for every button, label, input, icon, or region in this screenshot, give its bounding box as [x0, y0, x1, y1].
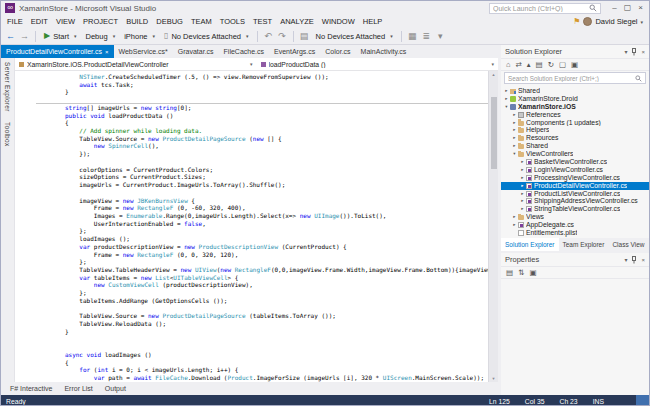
- categorized-icon[interactable]: ▤: [506, 266, 513, 279]
- undo-icon[interactable]: ↶: [262, 29, 275, 44]
- panel-tab-error-list[interactable]: Error List: [59, 385, 97, 392]
- expander-icon[interactable]: ▾: [511, 150, 518, 158]
- expander-icon[interactable]: ▸: [511, 134, 518, 142]
- tree-item-processingviewcontroller-cs[interactable]: ▸ProcessingViewController.cs: [501, 174, 649, 182]
- navigate-backward-icon[interactable]: ←: [4, 29, 17, 44]
- pin-icon[interactable]: [631, 256, 637, 264]
- menu-build[interactable]: BUILD: [122, 15, 152, 28]
- redo-icon[interactable]: ↷: [276, 29, 289, 44]
- solution-explorer-toggle-icon[interactable]: ▦: [406, 29, 419, 44]
- expander-icon[interactable]: ▸: [519, 205, 526, 213]
- solution-search-box[interactable]: Search Solution Explorer (Ctrl+;): [504, 72, 646, 84]
- document-tab-gravatar-cs[interactable]: Gravatar.cs: [173, 45, 219, 58]
- toolbar-options-icon[interactable]: ▾: [434, 29, 447, 44]
- start-debug-button[interactable]: ▶Start▾: [40, 29, 81, 44]
- tree-item-appdelegate-cs[interactable]: ▸AppDelegate.cs: [501, 221, 649, 229]
- panel-tab-f-interactive[interactable]: F# Interactive: [5, 385, 57, 392]
- tree-item-basketviewcontroller-cs[interactable]: ▸BasketViewController.cs: [501, 158, 649, 166]
- document-tab-filecache-cs[interactable]: FileCache.cs: [219, 45, 269, 58]
- menu-window[interactable]: WINDOW: [318, 15, 359, 28]
- solution-explorer-header[interactable]: Solution Explorer ▾ ×: [501, 45, 649, 58]
- properties-header[interactable]: Properties ▾ ×: [501, 253, 649, 266]
- user-name[interactable]: David Siegel: [595, 17, 637, 26]
- navigate-forward-icon[interactable]: →: [18, 29, 31, 44]
- expander-icon[interactable]: ▸: [519, 158, 526, 166]
- side-tab-toolbox[interactable]: Toolbox: [4, 122, 11, 147]
- code-editor[interactable]: NSTimer.CreateScheduledTimer (.5, () => …: [15, 71, 488, 382]
- expander-icon[interactable]: ▾: [503, 103, 510, 111]
- expander-icon[interactable]: ▸: [519, 182, 526, 190]
- expander-icon[interactable]: ▸: [503, 95, 510, 103]
- document-tab-webservice-cs[interactable]: WebService.cs*: [114, 45, 173, 58]
- tree-item-stringtableviewcontroller-cs[interactable]: ▸StringTableViewController.cs: [501, 205, 649, 213]
- close-icon[interactable]: ×: [641, 49, 645, 55]
- window-position-icon[interactable]: ▾: [624, 256, 627, 263]
- view-code-icon[interactable]: ▢: [559, 58, 566, 71]
- menu-view[interactable]: VIEW: [52, 15, 79, 28]
- collapse-all-icon[interactable]: ▴: [527, 58, 531, 71]
- tree-item-references[interactable]: ▸References: [501, 111, 649, 119]
- resize-grip[interactable]: [636, 395, 649, 406]
- properties-icon[interactable]: ▣: [571, 58, 578, 71]
- home-icon[interactable]: ⌂: [506, 58, 511, 71]
- member-dropdown[interactable]: loadProductData () ▾: [257, 58, 499, 70]
- expander-icon[interactable]: ▸: [503, 87, 510, 95]
- refresh-icon[interactable]: ↻: [548, 58, 554, 71]
- sync-with-active-document-icon[interactable]: ⇄: [516, 58, 522, 71]
- device-log-dropdown[interactable]: No Devices Attached▾: [312, 29, 397, 44]
- tree-item-shared[interactable]: ▸Shared: [501, 87, 649, 95]
- solution-configuration-dropdown[interactable]: Debug▾: [82, 29, 120, 44]
- menu-debug[interactable]: DEBUG: [152, 15, 187, 28]
- tree-item-xamarinstore-droid[interactable]: ▸XamarinStore.Droid: [501, 95, 649, 103]
- device-target-dropdown[interactable]: ▯No Devices Attached▾: [160, 29, 253, 44]
- tree-item-shared[interactable]: ▸Shared: [501, 142, 649, 150]
- expander-icon[interactable]: ▸: [511, 111, 518, 119]
- document-tab-mainactivity-cs[interactable]: MainActivity.cs: [356, 45, 412, 58]
- user-avatar[interactable]: [583, 17, 592, 26]
- document-tab-productdetailviewcontroller-cs[interactable]: ProductDetailViewController.cs×: [1, 45, 114, 58]
- close-icon[interactable]: ×: [641, 257, 645, 263]
- menu-tools[interactable]: TOOLS: [216, 15, 249, 28]
- tree-item-resources[interactable]: ▸Resources: [501, 134, 649, 142]
- tree-item-entitlements-plist[interactable]: Entitlements.plist: [501, 229, 649, 237]
- type-dropdown[interactable]: XamarinStore.iOS.ProductDetailViewContro…: [15, 58, 257, 70]
- side-tab-server-explorer[interactable]: Server Explorer: [4, 62, 11, 112]
- editor-vertical-scrollbar[interactable]: ▲ ▼: [488, 71, 498, 382]
- expander-icon[interactable]: ▸: [511, 213, 518, 221]
- menu-help[interactable]: HELP: [359, 15, 387, 28]
- tool-tab-class-view[interactable]: Class View: [608, 238, 648, 251]
- tree-item-helpers[interactable]: ▸Helpers: [501, 126, 649, 134]
- menu-file[interactable]: FILE: [3, 15, 27, 28]
- close-icon[interactable]: ×: [105, 49, 109, 55]
- close-button[interactable]: ×: [634, 2, 647, 14]
- tree-item-viewcontrollers[interactable]: ▾ViewControllers: [501, 150, 649, 158]
- tree-item-views[interactable]: ▸Views: [501, 213, 649, 221]
- feedback-flag-icon[interactable]: ⚑: [573, 17, 580, 26]
- expander-icon[interactable]: ▸: [519, 174, 526, 182]
- find-icon[interactable]: ▤: [298, 29, 311, 44]
- quick-launch-box[interactable]: Quick Launch (Ctrl+Q): [489, 3, 601, 14]
- property-pages-icon[interactable]: ▣: [529, 266, 536, 279]
- expander-icon[interactable]: ▸: [511, 221, 518, 229]
- minimize-button[interactable]: –: [608, 2, 621, 14]
- scrollbar-thumb[interactable]: [491, 97, 497, 169]
- tree-item-productlistviewcontroller-cs[interactable]: ▸ProductListViewController.cs: [501, 190, 649, 198]
- expander-icon[interactable]: ▸: [511, 126, 518, 134]
- document-tab-eventargs-cs[interactable]: EventArgs.cs: [269, 45, 320, 58]
- menu-project[interactable]: PROJECT: [79, 15, 122, 28]
- expander-icon[interactable]: ▸: [511, 142, 518, 150]
- menu-team[interactable]: TEAM: [187, 15, 216, 28]
- tree-item-components-1-updates[interactable]: ▸Components (1 updates): [501, 119, 649, 127]
- menu-analyze[interactable]: ANALYZE: [276, 15, 318, 28]
- alphabetical-icon[interactable]: ⇅: [518, 266, 524, 279]
- menu-edit[interactable]: EDIT: [27, 15, 52, 28]
- document-tab-color-cs[interactable]: Color.cs: [320, 45, 355, 58]
- scroll-down-icon[interactable]: ▼: [489, 376, 498, 381]
- expander-icon[interactable]: ▸: [519, 190, 526, 198]
- menu-test[interactable]: TEST: [249, 15, 276, 28]
- tree-item-shippingaddressviewcontroller-cs[interactable]: ▸ShippingAddressViewController.cs: [501, 197, 649, 205]
- solution-platform-dropdown[interactable]: iPhone▾: [120, 29, 159, 44]
- title-bar[interactable]: ∞ XamarinStore - Microsoft Visual Studio…: [1, 1, 649, 15]
- expander-icon[interactable]: ▸: [519, 197, 526, 205]
- tree-item-productdetailviewcontroller-cs[interactable]: ▸ProductDetailViewController.cs: [501, 182, 649, 190]
